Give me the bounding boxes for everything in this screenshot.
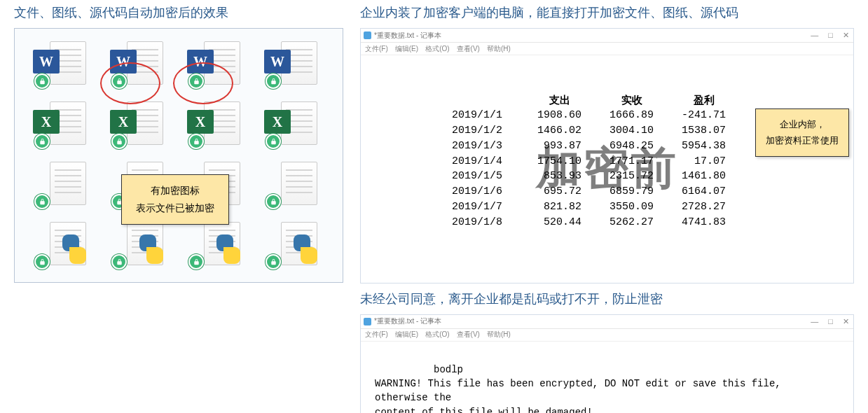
window-titlebar: *重要数据.txt - 记事本 — □ ✕ [361, 29, 853, 43]
menu-item[interactable]: 格式(O) [425, 330, 449, 340]
lock-icon [266, 254, 281, 270]
file-icon-blank [264, 162, 320, 209]
max-icon[interactable]: □ [828, 317, 833, 326]
file-icon-word: W [264, 41, 320, 89]
menu-item[interactable]: 查看(V) [457, 44, 480, 54]
file-icon-py [264, 222, 320, 270]
file-icon-blank [33, 162, 89, 209]
table-row: 2019/1/21466.023004.101538.07 [438, 123, 740, 139]
lock-icon [188, 74, 204, 89]
data-table: 支出实收盈利 2019/1/11908.601666.89-241.712019… [438, 93, 740, 230]
lock-icon [111, 134, 127, 149]
callout-line: 表示文件已被加密 [136, 200, 214, 217]
icon-panel: WWWWXXXX 有加密图标 表示文件已被加密 [14, 28, 343, 283]
window-menubar: 文件(F)编辑(E)格式(O)查看(V)帮助(H) [361, 43, 853, 55]
heading-right1: 企业内装了加密客户端的电脑，能直接打开加密文件、图纸、源代码 [360, 4, 854, 21]
window-titlebar: *重要数据.txt - 记事本 — □ ✕ [361, 315, 853, 329]
window-title: *重要数据.txt - 记事本 [374, 31, 441, 41]
file-icon-py [187, 222, 243, 270]
table-row: 2019/1/41754.101771.1717.07 [438, 154, 740, 169]
notepad-body: bodlp WARNING! This file has been encryp… [361, 342, 853, 414]
close-icon[interactable]: ✕ [843, 31, 849, 40]
file-icon-excel: X [110, 102, 166, 149]
table-row: 2019/1/5853.932315.721461.80 [438, 169, 740, 184]
notepad-after: *重要数据.txt - 记事本 — □ ✕ 文件(F)编辑(E)格式(O)查看(… [360, 314, 854, 414]
callout-left: 有加密图标 表示文件已被加密 [121, 174, 229, 225]
notepad-body: 支出实收盈利 2019/1/11908.601666.89-241.712019… [361, 55, 853, 283]
col-header: 实收 [595, 93, 668, 108]
file-icon-word: W [110, 41, 166, 89]
menu-item[interactable]: 格式(O) [425, 44, 449, 54]
lock-icon [188, 254, 204, 270]
lock-icon [266, 74, 281, 89]
file-icon-word: W [187, 41, 243, 89]
table-row: 2019/1/8520.445262.274741.83 [438, 215, 740, 230]
file-icon-excel: X [187, 102, 243, 149]
menu-item[interactable]: 文件(F) [365, 330, 388, 340]
lock-icon [34, 74, 50, 89]
menu-item[interactable]: 查看(V) [457, 330, 480, 340]
window-menubar: 文件(F)编辑(E)格式(O)查看(V)帮助(H) [361, 329, 853, 342]
menu-item[interactable]: 文件(F) [365, 44, 388, 54]
file-icon-py [110, 222, 166, 270]
close-icon[interactable]: ✕ [843, 317, 849, 326]
lock-icon [266, 194, 281, 209]
lock-icon [34, 134, 50, 149]
lock-icon [34, 254, 50, 270]
callout-line: 有加密图标 [136, 182, 214, 200]
file-icon-excel: X [264, 102, 320, 149]
notepad-before: *重要数据.txt - 记事本 — □ ✕ 文件(F)编辑(E)格式(O)查看(… [360, 28, 854, 284]
lock-icon [266, 134, 281, 149]
table-row: 2019/1/11908.601666.89-241.71 [438, 108, 740, 123]
menu-item[interactable]: 帮助(H) [487, 44, 511, 54]
menu-item[interactable]: 帮助(H) [487, 330, 511, 340]
file-icon-py [33, 222, 89, 270]
table-row: 2019/1/6695.726859.796164.07 [438, 184, 740, 200]
lock-icon [111, 74, 127, 89]
min-icon[interactable]: — [811, 31, 818, 40]
lock-icon [111, 254, 127, 270]
callout-line: 企业内部， [766, 116, 839, 132]
col-header: 盈利 [668, 93, 740, 108]
callout-line: 加密资料正常使用 [766, 132, 839, 148]
min-icon[interactable]: — [811, 317, 818, 326]
callout-right1: 企业内部， 加密资料正常使用 [755, 108, 849, 157]
encrypted-text: bodlp WARNING! This file has been encryp… [375, 364, 787, 413]
lock-icon [34, 194, 50, 209]
table-row: 2019/1/3993.876948.255954.38 [438, 139, 740, 154]
table-row: 2019/1/7821.823550.092728.27 [438, 200, 740, 215]
notepad-icon [364, 31, 371, 39]
file-icon-excel: X [33, 102, 89, 149]
lock-icon [188, 134, 204, 149]
col-header: 支出 [523, 93, 595, 108]
notepad-icon [364, 318, 371, 326]
heading-left: 文件、图纸、源代码自动加密后的效果 [14, 4, 343, 21]
menu-item[interactable]: 编辑(E) [395, 44, 418, 54]
menu-item[interactable]: 编辑(E) [395, 330, 418, 340]
heading-right2: 未经公司同意，离开企业都是乱码或打不开，防止泄密 [360, 290, 854, 307]
file-icon-word: W [33, 41, 89, 89]
window-title: *重要数据.txt - 记事本 [374, 316, 441, 326]
max-icon[interactable]: □ [828, 31, 833, 40]
